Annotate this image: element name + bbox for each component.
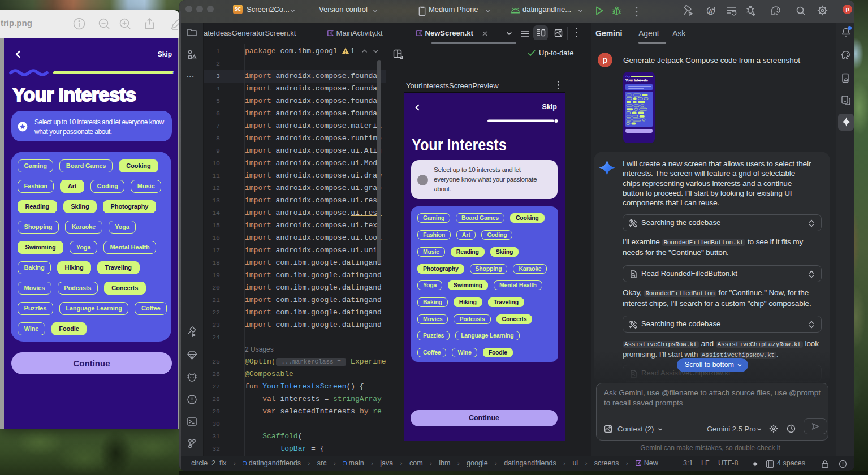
svg-text:A: A xyxy=(709,8,713,15)
